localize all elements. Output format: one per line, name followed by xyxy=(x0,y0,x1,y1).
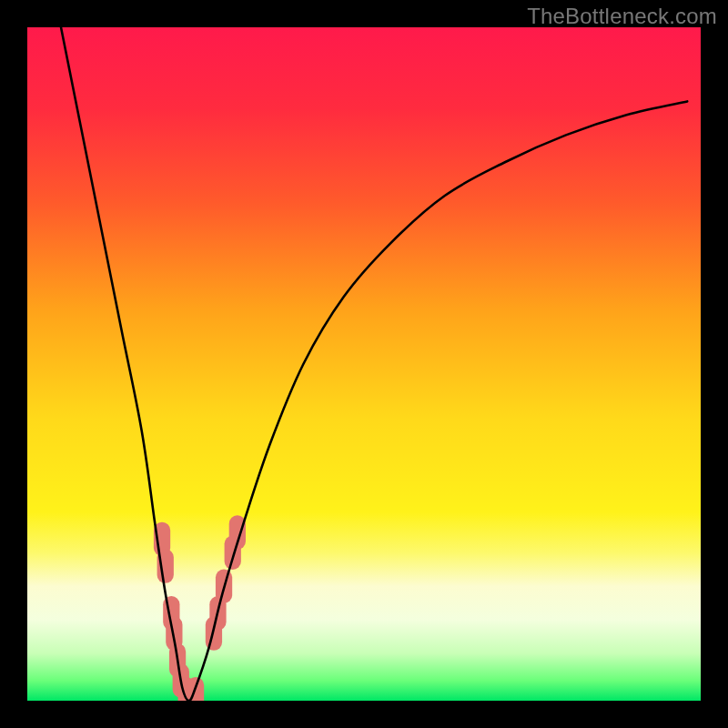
watermark-text: TheBottleneck.com xyxy=(527,4,717,29)
chart-svg xyxy=(27,27,701,701)
bottleneck-curve xyxy=(61,27,687,701)
chart-frame: TheBottleneck.com xyxy=(0,0,728,728)
plot-area xyxy=(27,27,701,701)
